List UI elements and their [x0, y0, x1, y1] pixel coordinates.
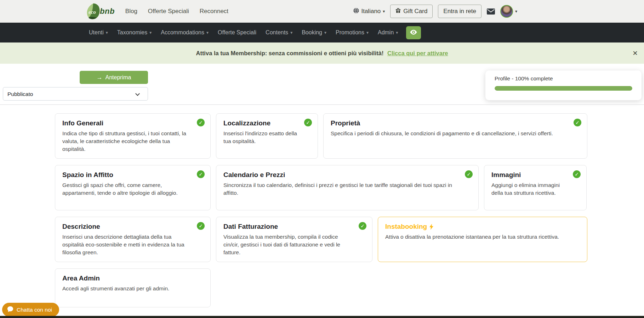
arrow-right-icon: →	[97, 74, 103, 81]
eye-icon	[410, 30, 417, 36]
chevron-down-icon: ▾	[396, 30, 398, 35]
chevron-down-icon: ▾	[324, 30, 326, 35]
top-header: eco bnb Blog Offerte Speciali Reconnect …	[0, 0, 644, 23]
nav-item-accommodations[interactable]: Accommodations▾	[156, 23, 213, 42]
check-circle-icon: ✓	[465, 170, 473, 178]
check-circle-icon: ✓	[197, 222, 205, 230]
nav-item-utenti[interactable]: Utenti▾	[84, 23, 113, 42]
card-descrizione[interactable]: Descrizione Inserisci una descrizione de…	[55, 217, 211, 262]
gift-card-label: Gift Card	[403, 8, 427, 15]
lightning-bolt-icon	[429, 224, 433, 230]
banner-message: Attiva la tua Membership: senza commissi…	[196, 50, 448, 57]
header-nav: Blog Offerte Speciali Reconnect	[125, 8, 228, 15]
card-dati-fatturazione[interactable]: Dati Fatturazione Visualizza la tua memb…	[216, 217, 372, 262]
check-circle-icon: ✓	[197, 170, 205, 178]
svg-text:eco: eco	[89, 9, 96, 15]
close-icon: ×	[633, 48, 638, 58]
publish-status-select[interactable]: Pubblicato	[3, 87, 148, 101]
header-right-group: Italiano ▾ Gift Card Entra in rete	[353, 5, 517, 18]
entra-in-rete-label: Entra in rete	[443, 8, 476, 15]
membership-banner: Attiva la tua Membership: senza commissi…	[0, 42, 644, 64]
header-link-blog[interactable]: Blog	[125, 8, 137, 15]
chevron-down-icon: ▾	[383, 9, 385, 14]
card-area-admin[interactable]: Area Admin Accedi agli strumenti avanzat…	[55, 268, 211, 307]
card-info-generali[interactable]: Info Generali Indica che tipo di struttu…	[55, 113, 211, 159]
header-link-offerte-speciali[interactable]: Offerte Speciali	[148, 8, 189, 15]
profile-completion-label: Profile - 100% complete	[495, 75, 632, 82]
chevron-down-icon: ▾	[366, 30, 369, 35]
chevron-down-icon: ▾	[149, 30, 152, 35]
chat-label: Chatta con noi	[17, 307, 52, 313]
chevron-down-icon: ▾	[206, 30, 209, 35]
card-row: Spazio in Affitto Gestisci gli spazi che…	[55, 165, 587, 210]
check-circle-icon: ✓	[574, 119, 581, 126]
check-circle-icon: ✓	[304, 119, 312, 126]
card-immagini[interactable]: Immagini Aggiungi o elimina immagini del…	[484, 165, 587, 210]
nav-item-offerte-speciali[interactable]: Offerte Speciali	[213, 23, 261, 42]
chevron-down-icon: ▾	[515, 9, 517, 14]
logo-wordmark: bnb	[100, 7, 115, 16]
section-divider	[0, 104, 644, 105]
user-menu[interactable]: ▾	[500, 5, 517, 18]
card-row: Descrizione Inserisci una descrizione de…	[55, 217, 587, 262]
profile-completion-card: Profile - 100% complete	[485, 70, 642, 100]
admin-navbar: Utenti▾ Taxonomies▾ Accommodations▾ Offe…	[0, 23, 644, 42]
check-circle-icon: ✓	[359, 222, 366, 230]
chat-button[interactable]: Chatta con noi	[2, 303, 59, 317]
ecobnb-logo[interactable]: eco bnb	[86, 3, 115, 20]
anteprima-button[interactable]: → Anteprima	[80, 71, 148, 84]
dashboard-cards: Info Generali Indica che tipo di struttu…	[55, 113, 587, 314]
anteprima-label: Anteprima	[106, 74, 131, 81]
card-row: Info Generali Indica che tipo di struttu…	[55, 113, 587, 159]
profile-progress-bar	[495, 86, 632, 91]
banner-activate-link[interactable]: Clicca qui per attivare	[387, 50, 448, 56]
mail-icon[interactable]	[487, 8, 495, 15]
gift-card-button[interactable]: Gift Card	[390, 5, 433, 18]
nav-item-contents[interactable]: Contents▾	[261, 23, 297, 42]
chat-bubble-icon	[7, 306, 13, 314]
card-row: Area Admin Accedi agli strumenti avanzat…	[55, 268, 587, 307]
avatar	[500, 5, 513, 18]
banner-close-button[interactable]: ×	[633, 49, 638, 57]
globe-icon	[353, 8, 359, 15]
nav-item-booking[interactable]: Booking▾	[297, 23, 331, 42]
gift-icon	[395, 8, 401, 15]
card-calendario-e-prezzi[interactable]: Calendario e Prezzi Sincronizza il tuo c…	[216, 165, 479, 210]
nav-item-admin[interactable]: Admin▾	[373, 23, 403, 42]
entra-in-rete-button[interactable]: Entra in rete	[438, 5, 481, 18]
header-link-reconnect[interactable]: Reconnect	[200, 8, 228, 15]
card-proprieta[interactable]: Proprietà Specifica i periodi di chiusur…	[323, 113, 587, 159]
preview-eye-button[interactable]	[406, 26, 421, 39]
card-instabooking[interactable]: Instabooking Attiva o disattiva la preno…	[378, 217, 587, 262]
check-circle-icon: ✓	[197, 119, 205, 126]
profile-progress-track	[495, 86, 632, 91]
card-spazio-in-affitto[interactable]: Spazio in Affitto Gestisci gli spazi che…	[55, 165, 211, 210]
check-circle-icon: ✓	[573, 170, 581, 178]
chevron-down-icon: ▾	[290, 30, 292, 35]
nav-item-promotions[interactable]: Promotions▾	[331, 23, 373, 42]
language-selector[interactable]: Italiano ▾	[353, 8, 385, 15]
chevron-down-icon: ▾	[106, 30, 108, 35]
language-label: Italiano	[361, 8, 381, 15]
card-localizzazione[interactable]: Localizzazione Inserisci l'indirizzo esa…	[216, 113, 318, 159]
footer-edge	[0, 316, 644, 318]
nav-item-taxonomies[interactable]: Taxonomies▾	[113, 23, 156, 42]
